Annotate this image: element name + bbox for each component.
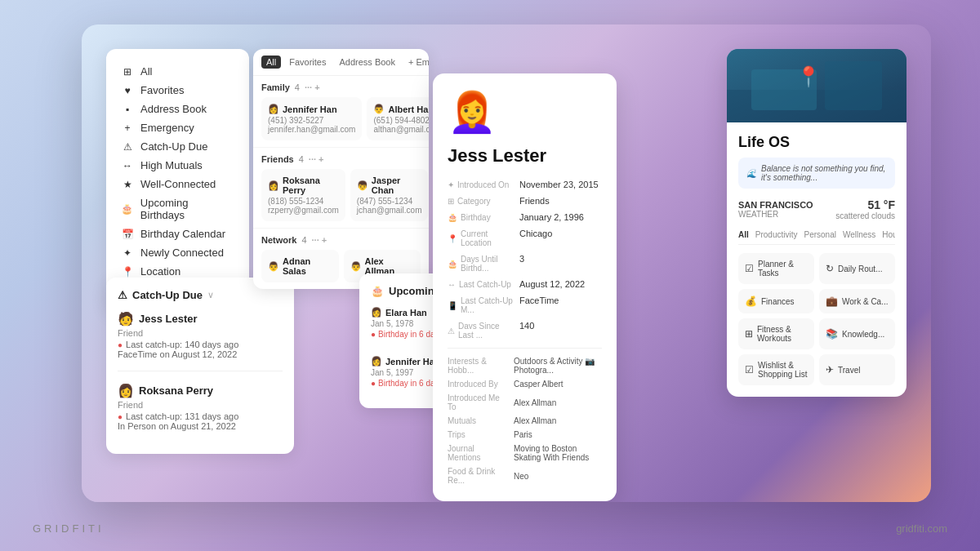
sidebar-item-upcoming-birthdays[interactable]: 🎂 Upcoming Birthdays <box>116 193 239 224</box>
tab-address-book[interactable]: Address Book <box>334 56 399 69</box>
detail-row-location: 📍 Current Location Chicago <box>448 229 602 247</box>
detail-row-catchup-method: 📱 Last Catch-Up M... FaceTime <box>448 295 602 314</box>
sidebar-item-all[interactable]: ⊞ All <box>116 62 239 81</box>
grid-icon: ⊞ <box>121 66 134 78</box>
knowledge-icon: 📚 <box>826 328 838 340</box>
catchup-title: ⚠ Catch-Up Due ∨ <box>118 289 283 301</box>
catchup-warning-icon: ⚠ <box>118 289 127 301</box>
friends-grid: 👩 Roksana Perry (818) 555-1234 rzperry@g… <box>261 169 421 221</box>
book-icon: ▪ <box>121 104 134 115</box>
cake-icon: 🎂 <box>121 203 134 215</box>
routine-icon: ↻ <box>826 263 834 274</box>
contact-roksana[interactable]: 👩 Roksana Perry (818) 555-1234 rzperry@g… <box>261 169 345 221</box>
phone-detail-icon: 📱 <box>448 301 457 310</box>
heart-icon: ♥ <box>121 85 134 96</box>
detail-row-birthday: 🎂 Birthday January 2, 1996 <box>448 212 602 222</box>
wishlist-icon: ☑ <box>745 364 754 375</box>
alex-avatar: 👨 <box>350 261 362 272</box>
tab-favorites[interactable]: Favorites <box>284 56 331 69</box>
cake-icon-birthdays: 🎂 <box>371 285 384 297</box>
lifeos-panel: 📍 Life OS 🌊 Balance is not something you… <box>727 49 906 397</box>
tab-all[interactable]: All <box>261 56 281 69</box>
detail-name: Jess Lester <box>448 145 602 167</box>
lifeos-tab-all[interactable]: All <box>738 230 749 239</box>
brand-right: gridfiti.com <box>896 522 947 535</box>
detail-panel: 👩‍🦰 Jess Lester ✦ Introduced On November… <box>433 73 617 501</box>
detail-tags: Interests & Hobb... Outdoors & Activity … <box>448 357 602 485</box>
contacts-section-family: Family 4 ··· + 👩 Jennifer Han (451) 392-… <box>253 76 429 148</box>
lifeos-tab-more[interactable]: Hou... <box>882 230 895 239</box>
lifeos-card-daily-rout[interactable]: ↻ Daily Rout... <box>819 253 895 284</box>
detail-row-category: ⊞ Category Friends <box>448 196 602 206</box>
sidebar-panel: ⊞ All ♥ Favorites ▪ Address Book + Emerg… <box>106 49 249 313</box>
detail-avatar: 👩‍🦰 <box>448 90 602 136</box>
cake-detail-icon: 🎂 <box>448 213 457 222</box>
lifeos-card-work[interactable]: 💼 Work & Ca... <box>819 289 895 313</box>
star-icon: ★ <box>121 179 134 190</box>
fitness-icon: ⊞ <box>745 328 753 340</box>
lifeos-grid: ☑ Planner & Tasks ↻ Daily Rout... 💰 Fina… <box>738 253 895 385</box>
travel-icon: ✈ <box>826 364 834 375</box>
lifeos-card-fitness[interactable]: ⊞ Fitness & Workouts <box>738 318 814 349</box>
person-avatar-1: 🧑 <box>118 311 134 327</box>
contact-adnan[interactable]: 👨 Adnan Salas <box>261 250 339 282</box>
contact-jasper[interactable]: 👦 Jasper Chan (847) 555-1234 jchan@gmail… <box>350 169 429 221</box>
arrows-icon: ↔ <box>121 160 134 171</box>
contacts-section-friends: Friends 4 ··· + 👩 Roksana Perry (818) 55… <box>253 148 429 229</box>
birthday-dot-3: ● <box>371 379 376 388</box>
wave-icon: 🌊 <box>746 169 756 178</box>
lifeos-card-finances[interactable]: 💰 Finances <box>738 289 814 313</box>
catchup-person-1: 🧑 Jess Lester Friend ● Last catch-up: 14… <box>118 311 283 371</box>
plus-icon: + <box>121 122 134 134</box>
lifeos-title: Life OS <box>738 134 895 151</box>
detail-row-last-catchup: ↔ Last Catch-Up August 12, 2022 <box>448 279 602 289</box>
sparkle-detail-icon: ✦ <box>448 180 454 189</box>
sidebar-item-newly-connected[interactable]: ✦ Newly Connected <box>116 243 239 262</box>
contact-jennifer[interactable]: 👩 Jennifer Han (451) 392-5227 jennifer.h… <box>261 97 362 140</box>
sidebar-item-well-connected[interactable]: ★ Well-Connected <box>116 175 239 193</box>
detail-row-days-since: ⚠ Davs Since Last ... 140 <box>448 321 602 340</box>
elara-avatar: 👩 <box>371 307 382 318</box>
person-avatar-2: 👩 <box>118 383 134 398</box>
svg-rect-3 <box>825 61 882 110</box>
cake2-detail-icon: 🎂 <box>448 260 457 269</box>
sidebar-item-emergency[interactable]: + Emergency <box>116 118 239 137</box>
sidebar-item-high-mutuals[interactable]: ↔ High Mutuals <box>116 156 239 175</box>
pin-icon-hero: 📍 <box>796 65 821 88</box>
lifeos-tab-personal[interactable]: Personal <box>804 230 835 239</box>
dot-icon-2: ● <box>118 412 122 421</box>
contact-albert[interactable]: 👨 Albert Han (651) 594-4802 althan@gmail… <box>367 97 429 140</box>
detail-row-introduced: ✦ Introduced On November 23, 2015 <box>448 180 602 189</box>
jennifer-avatar: 👩 <box>268 104 279 114</box>
birthday-dot-1: ● <box>371 330 376 339</box>
tag-row-food: Food & Drink Re... Neo <box>448 467 602 485</box>
roksana-avatar: 👩 <box>268 180 279 191</box>
tag-row-trips: Trips Paris <box>448 430 602 439</box>
lifeos-tab-wellness[interactable]: Wellness <box>843 230 875 239</box>
family-grid: 👩 Jennifer Han (451) 392-5227 jennifer.h… <box>261 97 421 140</box>
lifeos-card-planner[interactable]: ☑ Planner & Tasks <box>738 253 814 284</box>
lifeos-weather: SAN FRANCISCO WEATHER 51 °F scattered cl… <box>738 198 895 220</box>
lifeos-card-wishlist[interactable]: ☑ Wishlist & Shopping List <box>738 354 814 385</box>
sidebar-item-catchup[interactable]: ⚠ Catch-Up Due <box>116 137 239 156</box>
catchup-panel: ⚠ Catch-Up Due ∨ 🧑 Jess Lester Friend ● … <box>106 278 294 454</box>
grid-detail-icon: ⊞ <box>448 197 454 206</box>
lifeos-tab-productivity[interactable]: Productivity <box>755 230 798 239</box>
arrows-detail-icon: ↔ <box>448 280 456 289</box>
brand-left: GRIDFITI <box>33 522 105 535</box>
sidebar-item-favorites[interactable]: ♥ Favorites <box>116 81 239 100</box>
sidebar-item-birthday-calendar[interactable]: 📅 Birthday Calendar <box>116 224 239 243</box>
planner-icon: ☑ <box>745 263 754 274</box>
sidebar-item-address-book[interactable]: ▪ Address Book <box>116 100 239 118</box>
tab-emergency[interactable]: + Emergency <box>403 56 429 69</box>
albert-avatar: 👨 <box>373 104 385 114</box>
pin-icon: 📍 <box>121 266 134 278</box>
warning-detail-icon: ⚠ <box>448 327 455 335</box>
tag-row-introduced-me: Introduced Me To Alex Allman <box>448 393 602 411</box>
dot-icon-1: ● <box>118 340 122 349</box>
work-icon: 💼 <box>826 295 838 307</box>
warning-icon: ⚠ <box>121 141 134 153</box>
lifeos-card-travel[interactable]: ✈ Travel <box>819 354 895 385</box>
lifeos-card-knowledge[interactable]: 📚 Knowledg... <box>819 318 895 349</box>
contacts-tabs: All Favorites Address Book + Emergency <box>253 49 429 76</box>
